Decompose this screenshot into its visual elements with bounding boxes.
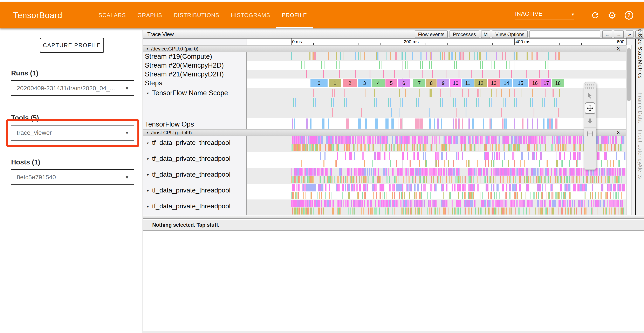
trace-event-mark[interactable] bbox=[398, 184, 400, 192]
trace-event-mark[interactable] bbox=[400, 184, 402, 192]
trace-event-mark[interactable] bbox=[336, 61, 337, 69]
trace-event-mark[interactable] bbox=[533, 136, 534, 144]
trace-event-mark[interactable] bbox=[379, 61, 380, 69]
trace-event-mark[interactable] bbox=[367, 168, 368, 176]
trace-event-mark[interactable] bbox=[307, 200, 308, 207]
trace-event-mark[interactable] bbox=[571, 176, 572, 183]
trace-event-mark[interactable] bbox=[536, 208, 536, 214]
palette-drag-handle[interactable] bbox=[585, 84, 595, 89]
trace-tracks-viewport[interactable]: 0123456789101112131415161718 ▾/device:GP… bbox=[143, 45, 626, 215]
trace-event-mark[interactable] bbox=[460, 176, 461, 183]
trace-event-mark[interactable] bbox=[556, 176, 556, 183]
trace-event-mark[interactable] bbox=[456, 160, 456, 167]
trace-event-mark[interactable] bbox=[486, 184, 488, 192]
trace-event-mark[interactable] bbox=[569, 168, 570, 176]
tab-graphs[interactable]: GRAPHS bbox=[132, 2, 168, 28]
trace-event-mark[interactable] bbox=[304, 168, 306, 176]
trace-event-mark[interactable] bbox=[306, 144, 306, 151]
trace-event-mark[interactable] bbox=[616, 136, 617, 144]
trace-event-mark[interactable] bbox=[324, 160, 324, 167]
trace-event-mark[interactable] bbox=[591, 208, 591, 214]
trace-event-mark[interactable] bbox=[593, 200, 594, 207]
trace-event-mark[interactable] bbox=[378, 208, 378, 214]
trace-event-mark[interactable] bbox=[292, 136, 293, 144]
trace-event-mark[interactable] bbox=[458, 208, 459, 214]
trace-event-mark[interactable] bbox=[541, 136, 543, 144]
trace-event-mark[interactable] bbox=[457, 176, 458, 183]
trace-event-mark[interactable] bbox=[601, 160, 602, 167]
trace-event-mark[interactable] bbox=[320, 144, 321, 151]
trace-event-mark[interactable] bbox=[576, 168, 577, 176]
trace-event-mark[interactable] bbox=[442, 200, 444, 207]
trace-event-mark[interactable] bbox=[456, 176, 456, 183]
trace-event-mark[interactable] bbox=[292, 192, 293, 199]
trace-event-mark[interactable] bbox=[372, 176, 374, 183]
trace-event-mark[interactable] bbox=[310, 192, 310, 199]
trace-event-mark[interactable] bbox=[534, 144, 535, 151]
trace-event-mark[interactable] bbox=[338, 200, 339, 207]
trace-event-mark[interactable] bbox=[366, 160, 366, 167]
trace-event-mark[interactable] bbox=[459, 184, 461, 192]
trace-event-mark[interactable] bbox=[321, 208, 322, 214]
trace-event-mark[interactable] bbox=[574, 200, 575, 207]
trace-event-mark[interactable] bbox=[448, 208, 448, 214]
trace-event-mark[interactable] bbox=[466, 108, 466, 117]
step-block-15[interactable]: 15 bbox=[513, 79, 528, 87]
trace-event-mark[interactable] bbox=[520, 200, 522, 207]
trace-event-mark[interactable] bbox=[514, 160, 515, 167]
trace-event-mark[interactable] bbox=[520, 192, 522, 199]
trace-event-mark[interactable] bbox=[443, 192, 444, 199]
trace-event-mark[interactable] bbox=[488, 152, 489, 160]
trace-event-mark[interactable] bbox=[386, 144, 387, 151]
trace-event-mark[interactable] bbox=[334, 89, 335, 97]
trace-event-mark[interactable] bbox=[489, 98, 490, 107]
trace-event-mark[interactable] bbox=[478, 136, 479, 144]
trace-event-mark[interactable] bbox=[446, 152, 447, 160]
trace-event-mark[interactable] bbox=[548, 70, 548, 78]
trace-event-mark[interactable] bbox=[539, 184, 540, 192]
trace-event-mark[interactable] bbox=[323, 208, 324, 214]
trace-event-mark[interactable] bbox=[461, 144, 462, 151]
trace-event-mark[interactable] bbox=[450, 192, 450, 199]
trace-event-mark[interactable] bbox=[294, 208, 294, 214]
trace-event-mark[interactable] bbox=[356, 176, 356, 183]
trace-event-mark[interactable] bbox=[623, 176, 623, 183]
trace-event-mark[interactable] bbox=[321, 136, 323, 144]
trace-event-mark[interactable] bbox=[481, 200, 482, 207]
trace-event-mark[interactable] bbox=[606, 152, 607, 160]
trace-event-mark[interactable] bbox=[468, 160, 470, 167]
trace-event-mark[interactable] bbox=[522, 168, 524, 176]
trace-event-mark[interactable] bbox=[325, 192, 326, 199]
trace-event-mark[interactable] bbox=[315, 98, 316, 107]
trace-event-mark[interactable] bbox=[611, 208, 612, 214]
trace-event-mark[interactable] bbox=[418, 144, 418, 151]
trace-event-mark[interactable] bbox=[392, 168, 393, 176]
trace-event-mark[interactable] bbox=[563, 192, 564, 199]
step-block-4[interactable]: 4 bbox=[372, 79, 385, 87]
trace-event-mark[interactable] bbox=[294, 118, 295, 128]
trace-event-mark[interactable] bbox=[530, 200, 532, 207]
trace-event-mark[interactable] bbox=[596, 176, 597, 183]
trace-event-mark[interactable] bbox=[585, 192, 586, 199]
trace-event-mark[interactable] bbox=[603, 200, 604, 207]
trace-event-mark[interactable] bbox=[407, 184, 408, 192]
trace-event-mark[interactable] bbox=[398, 168, 398, 176]
trace-event-mark[interactable] bbox=[406, 176, 406, 183]
trace-event-mark[interactable] bbox=[437, 176, 438, 183]
trace-event-mark[interactable] bbox=[372, 184, 374, 192]
trace-event-mark[interactable] bbox=[309, 136, 310, 144]
trace-event-mark[interactable] bbox=[542, 192, 543, 199]
trace-event-mark[interactable] bbox=[430, 168, 432, 176]
trace-event-mark[interactable] bbox=[421, 118, 422, 128]
trace-event-mark[interactable] bbox=[292, 184, 294, 192]
close-icon[interactable]: X bbox=[616, 130, 620, 136]
trace-event-mark[interactable] bbox=[518, 52, 518, 60]
trace-event-mark[interactable] bbox=[295, 200, 296, 207]
trace-event-mark[interactable] bbox=[346, 176, 348, 183]
trace-event-mark[interactable] bbox=[569, 160, 570, 167]
trace-event-mark[interactable] bbox=[530, 192, 530, 199]
trace-event-mark[interactable] bbox=[314, 200, 316, 207]
trace-event-mark[interactable] bbox=[552, 89, 554, 97]
trace-event-mark[interactable] bbox=[485, 152, 488, 160]
trace-event-mark[interactable] bbox=[296, 208, 297, 214]
